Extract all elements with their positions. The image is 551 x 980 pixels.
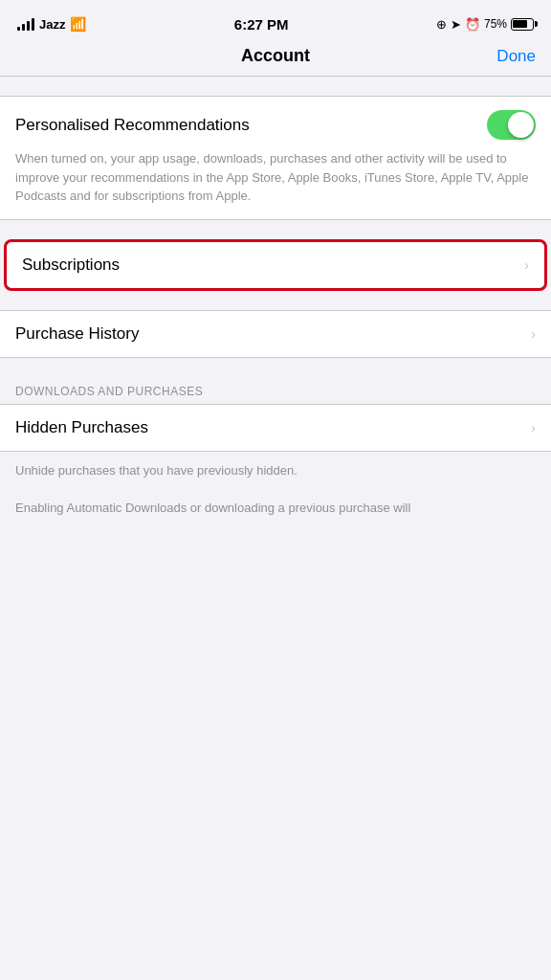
hidden-purchases-chevron-icon: › <box>531 419 536 435</box>
carrier-label: Jazz <box>39 17 65 32</box>
alarm-icon: ⏰ <box>465 17 480 32</box>
status-right: ⊕ ➤ ⏰ 75% <box>436 17 534 32</box>
page-title: Account <box>241 46 310 66</box>
hidden-purchases-label: Hidden Purchases <box>15 418 148 437</box>
status-time: 6:27 PM <box>234 16 289 33</box>
hidden-purchases-section: Hidden Purchases › <box>0 404 551 452</box>
purchase-history-label: Purchase History <box>15 324 139 344</box>
purchase-history-chevron-icon: › <box>531 325 536 342</box>
battery-icon <box>511 18 534 31</box>
purchase-history-row[interactable]: Purchase History › <box>0 310 551 358</box>
hidden-purchases-description: Unhide purchases that you have previousl… <box>0 452 551 490</box>
purchase-history-section: Purchase History › <box>0 310 551 358</box>
personalized-recommendations-toggle[interactable] <box>487 110 536 140</box>
signal-bars-icon <box>17 17 34 31</box>
direction-icon: ➤ <box>451 17 461 32</box>
battery-percent: 75% <box>484 17 507 31</box>
subscriptions-label: Subscriptions <box>22 256 120 275</box>
status-left: Jazz 📶 <box>17 16 86 32</box>
location-icon: ⊕ <box>436 17 447 32</box>
done-button[interactable]: Done <box>488 47 536 66</box>
wifi-icon: 📶 <box>70 16 86 32</box>
personalized-recommendations-label: Personalised Recommendations <box>15 116 250 135</box>
gap-1 <box>0 291 551 310</box>
subscriptions-chevron-icon: › <box>524 256 529 273</box>
personalized-recommendations-section: Personalised Recommendations When turned… <box>0 96 551 220</box>
personalized-recommendations-row: Personalised Recommendations <box>15 110 536 140</box>
hidden-purchases-row[interactable]: Hidden Purchases › <box>0 404 551 452</box>
toggle-thumb <box>508 112 534 138</box>
subscriptions-row[interactable]: Subscriptions › <box>4 239 547 291</box>
subscriptions-section: Subscriptions › <box>0 239 551 291</box>
personalized-recommendations-description: When turned on, your app usage, download… <box>15 149 536 206</box>
nav-bar: Account Done <box>0 42 551 77</box>
downloads-section-header: DOWNLOADS AND PURCHASES <box>0 377 551 404</box>
automatic-downloads-description: Enabling Automatic Downloads or download… <box>0 489 551 527</box>
status-bar: Jazz 📶 6:27 PM ⊕ ➤ ⏰ 75% <box>0 0 551 42</box>
